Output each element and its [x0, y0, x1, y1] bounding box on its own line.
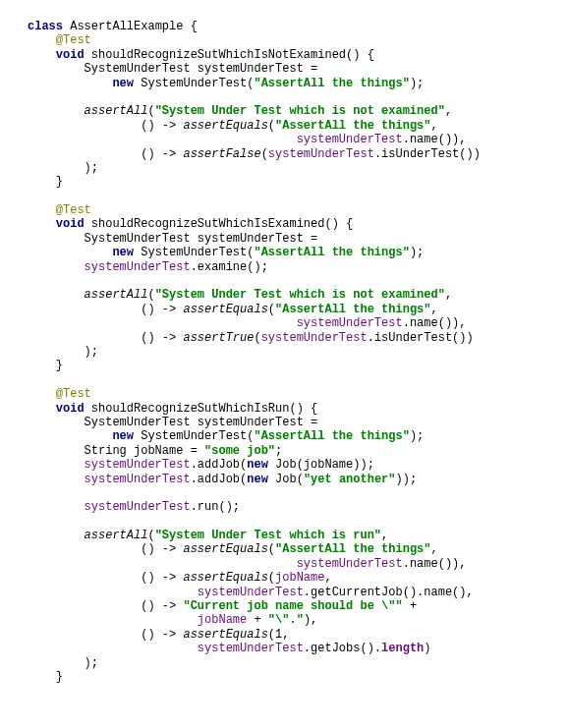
job-ctor: Job(jobName)); — [275, 458, 374, 472]
sut-var: systemUnderTest — [297, 557, 403, 571]
sut-var: systemUnderTest — [85, 500, 191, 514]
string-type: String jobName = — [85, 444, 204, 458]
close: ); — [410, 77, 424, 90]
dot-run: .run(); — [191, 500, 240, 514]
plus: + — [403, 599, 425, 613]
sut-type: SystemUnderTest — [85, 62, 198, 76]
open: ( — [254, 331, 260, 345]
annotation-test: @Test — [56, 387, 91, 401]
comma: , — [324, 571, 331, 585]
assertEquals: assertEquals — [183, 119, 267, 133]
keyword-void: void — [56, 48, 85, 62]
assertTrue: assertTrue — [183, 331, 254, 345]
close: ); — [85, 656, 98, 670]
string-title: "AssertAll the things" — [254, 246, 409, 259]
string-title: "AssertAll the things" — [254, 77, 409, 90]
lambda: () -> — [141, 147, 183, 161]
keyword-new: new — [112, 77, 134, 90]
comma: , — [431, 542, 438, 556]
sut-var: systemUnderTest — [85, 458, 191, 472]
sut-type: SystemUnderTest — [85, 232, 198, 246]
open: ( — [147, 529, 154, 542]
assertAll: assertAll — [85, 529, 148, 542]
string-title: "AssertAll the things" — [275, 542, 430, 556]
jobName-var: jobName — [275, 571, 324, 585]
keyword-class: class — [28, 20, 63, 33]
open: ( — [147, 288, 154, 302]
string-somejob: "some job" — [204, 444, 275, 458]
string-isrun: "System Under Test which is run" — [155, 529, 381, 542]
method1-sig: shouldRecognizeSutWhichIsNotExamined() { — [91, 48, 374, 62]
close-brace: } — [56, 670, 63, 684]
sut-decl: systemUnderTest = — [198, 62, 317, 76]
keyword-void: void — [56, 402, 85, 416]
dot-name: .name()), — [403, 557, 467, 571]
dot-isundertest: .isUnderTest()) — [374, 147, 481, 161]
keyword-new: new — [247, 473, 268, 486]
comma: , — [445, 288, 452, 302]
length-field: length — [381, 642, 424, 655]
dot-addjob: .addJob( — [191, 458, 248, 472]
sut-var: systemUnderTest — [198, 586, 304, 599]
assertEquals: assertEquals — [183, 303, 267, 316]
sut-var: systemUnderTest — [198, 642, 304, 655]
close-paren-comma: ), — [304, 613, 317, 627]
string-title: "AssertAll the things" — [275, 119, 430, 133]
open: ( — [268, 571, 275, 585]
comma: , — [431, 119, 438, 133]
string-title: "AssertAll the things" — [275, 303, 430, 316]
open: ( — [261, 147, 268, 161]
lambda: () -> — [141, 119, 183, 133]
string-curjobmsg: "Current job name should be \"" — [183, 599, 402, 613]
annotation-test: @Test — [56, 203, 91, 217]
lambda: () -> — [141, 542, 183, 556]
open: ( — [268, 119, 275, 133]
lambda: () -> — [141, 303, 183, 316]
open: ( — [147, 104, 154, 118]
close2: )); — [396, 473, 418, 486]
assertEquals: assertEquals — [183, 571, 267, 585]
dot-examine: .examine(); — [191, 260, 268, 274]
jobName-var: jobName — [198, 613, 247, 627]
lambda: () -> — [141, 628, 183, 642]
method3-sig: shouldRecognizeSutWhichIsRun() { — [91, 402, 317, 416]
assertAll: assertAll — [85, 104, 148, 118]
keyword-new: new — [112, 429, 134, 443]
lambda: () -> — [141, 331, 183, 345]
sut-type: SystemUnderTest — [85, 416, 198, 429]
sut-var: systemUnderTest — [297, 316, 403, 330]
close: ); — [410, 429, 424, 443]
string-notexamined: "System Under Test which is not examined… — [155, 104, 445, 118]
sut-ctor: SystemUnderTest( — [141, 429, 254, 443]
dot-name: .name()), — [403, 316, 467, 330]
sut-var: systemUnderTest — [297, 133, 403, 146]
lambda: () -> — [141, 571, 183, 585]
close-brace: } — [56, 359, 63, 372]
assertEquals: assertEquals — [183, 628, 267, 642]
keyword-new: new — [112, 246, 134, 259]
assertAll: assertAll — [85, 288, 148, 302]
keyword-void: void — [56, 217, 85, 231]
close: ); — [410, 246, 424, 259]
class-name: AssertAllExample { — [70, 20, 198, 33]
one: (1, — [268, 628, 290, 642]
sut-var: systemUnderTest — [268, 147, 374, 161]
code-block: class AssertAllExample { @Test void shou… — [28, 20, 539, 684]
dot-getjobs: .getJobs(). — [304, 642, 381, 655]
close: ); — [85, 345, 98, 359]
assertFalse: assertFalse — [183, 147, 260, 161]
dot-isundertest: .isUnderTest()) — [368, 331, 474, 345]
sut-var: systemUnderTest — [261, 331, 368, 345]
annotation-test: @Test — [56, 33, 91, 47]
sut-decl: systemUnderTest = — [198, 232, 317, 246]
comma: , — [445, 104, 452, 118]
open: ( — [268, 542, 275, 556]
semi: ; — [275, 444, 282, 458]
dot-getcurrent: .getCurrentJob().name(), — [304, 586, 474, 599]
open: ( — [268, 303, 275, 316]
assertEquals: assertEquals — [183, 542, 267, 556]
dot-addjob: .addJob( — [191, 473, 248, 486]
string-title: "AssertAll the things" — [254, 429, 409, 443]
close-brace: } — [56, 175, 63, 189]
plus: + — [247, 613, 268, 627]
